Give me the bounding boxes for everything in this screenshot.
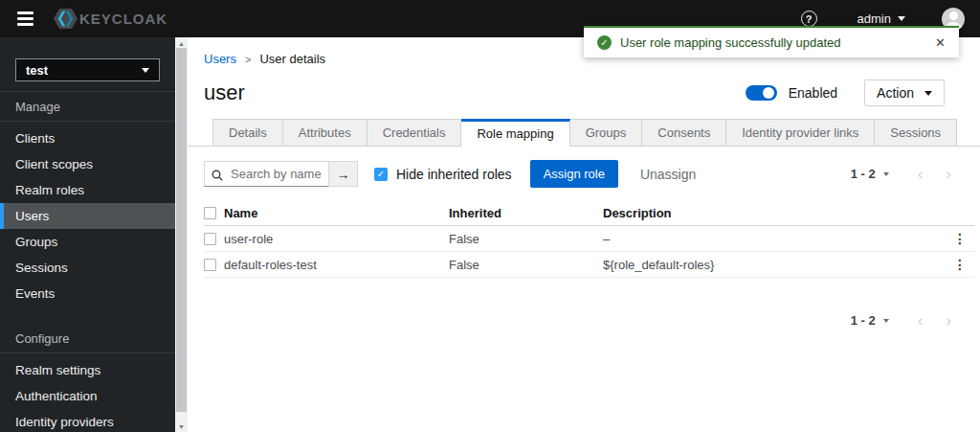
pagination-next-button[interactable]: › — [946, 312, 951, 329]
cell-inherited: False — [449, 258, 603, 272]
scrollbar-thumb[interactable] — [176, 48, 187, 412]
nav-section-configure: Configure — [0, 324, 175, 353]
row-checkbox[interactable] — [204, 233, 216, 245]
realm-selector-block: test — [0, 37, 175, 92]
tab-attributes[interactable]: Attributes — [283, 119, 368, 146]
tab-bar: Details Attributes Credentials Role mapp… — [188, 119, 980, 147]
pagination-prev-button[interactable]: ‹ — [918, 166, 924, 182]
tab-identity-provider-links[interactable]: Identity provider links — [726, 119, 875, 146]
sidebar-item-identity-providers[interactable]: Identity providers — [0, 409, 175, 432]
pagination-next-button[interactable]: › — [946, 166, 951, 182]
sidebar: test Manage Clients Client scopes Realm … — [0, 37, 175, 432]
assign-role-button[interactable]: Assign role — [530, 160, 618, 188]
sidebar-item-authentication[interactable]: Authentication — [0, 383, 175, 409]
table-header-row: Name Inherited Description — [204, 200, 974, 226]
keycloak-logo[interactable]: KEYCLOAK — [53, 8, 167, 30]
sidebar-item-realm-roles[interactable]: Realm roles — [0, 177, 175, 203]
realm-selector-value: test — [26, 63, 48, 78]
main-content: Users > User details user Enabled Action… — [188, 37, 980, 432]
cell-description: – — [603, 232, 946, 246]
realm-selector[interactable]: test — [15, 58, 160, 81]
nav-section-manage: Manage — [0, 92, 175, 122]
sidebar-item-groups[interactable]: Groups — [0, 229, 175, 255]
pagination-range-label: 1 - 2 — [851, 167, 876, 181]
tab-groups[interactable]: Groups — [570, 119, 643, 146]
user-menu-dropdown[interactable]: admin — [858, 11, 905, 26]
row-kebab-menu-icon[interactable]: ⋮ — [953, 231, 967, 246]
sidebar-item-client-scopes[interactable]: Client scopes — [0, 151, 175, 177]
row-kebab-menu-icon[interactable]: ⋮ — [953, 257, 967, 272]
tab-consents[interactable]: Consents — [642, 119, 726, 146]
hide-inherited-label[interactable]: Hide inherited roles — [396, 167, 512, 182]
success-check-icon: ✓ — [597, 35, 612, 50]
pagination-bottom: 1 - 2 ‹ › — [851, 312, 951, 329]
cell-description: ${role_default-roles} — [603, 258, 946, 272]
keycloak-admin-console: KEYCLOAK ? admin ✓ User role mapping suc… — [0, 0, 980, 432]
cell-name: default-roles-test — [224, 258, 449, 272]
keycloak-logo-icon — [53, 8, 78, 30]
chevron-down-icon — [883, 319, 889, 323]
role-mapping-table: Name Inherited Description user-role Fal… — [204, 200, 974, 278]
sidebar-item-users[interactable]: Users — [0, 203, 175, 229]
toggle-knob — [763, 87, 774, 99]
tab-credentials[interactable]: Credentials — [368, 119, 462, 146]
toast-message: User role mapping successfully updated — [620, 35, 841, 50]
breadcrumb-separator: > — [245, 54, 251, 65]
page-title: user — [204, 80, 245, 105]
brand-text: KEYCLOAK — [79, 11, 167, 27]
sidebar-item-realm-settings[interactable]: Realm settings — [0, 357, 175, 383]
chevron-down-icon — [883, 172, 889, 176]
help-icon[interactable]: ? — [801, 11, 817, 27]
enabled-label: Enabled — [789, 85, 837, 101]
column-header-name: Name — [224, 206, 449, 220]
sidebar-scrollbar[interactable]: ▲ ▼ — [175, 37, 188, 432]
pagination-range-dropdown[interactable]: 1 - 2 — [851, 167, 889, 181]
action-dropdown-button[interactable]: Action — [864, 80, 945, 106]
search-field-wrap — [204, 161, 329, 187]
user-menu-label: admin — [858, 11, 891, 26]
pagination-prev-button[interactable]: ‹ — [918, 312, 924, 329]
hide-inherited-checkbox[interactable]: ✓ — [374, 168, 388, 181]
breadcrumb-users-link[interactable]: Users — [204, 52, 236, 66]
tab-details[interactable]: Details — [212, 119, 283, 146]
table-row: user-role False – ⋮ — [204, 226, 974, 252]
sidebar-item-clients[interactable]: Clients — [0, 125, 175, 151]
breadcrumb-current: User details — [259, 52, 325, 66]
action-dropdown-label: Action — [877, 85, 914, 101]
page-header: user Enabled Action — [204, 80, 945, 106]
enabled-toggle[interactable] — [746, 85, 777, 101]
success-toast: ✓ User role mapping successfully updated… — [584, 26, 959, 57]
hamburger-menu-icon[interactable] — [17, 11, 33, 26]
tab-role-mapping[interactable]: Role mapping — [461, 119, 569, 147]
page-header-actions: Enabled Action — [746, 80, 945, 106]
scrollbar-down-arrow-icon[interactable]: ▼ — [175, 421, 188, 432]
pagination-bottom-row: 1 - 2 ‹ › — [188, 312, 951, 329]
tab-sessions[interactable]: Sessions — [875, 119, 957, 146]
toast-close-icon[interactable]: ✕ — [935, 36, 946, 49]
cell-name: user-role — [224, 232, 449, 246]
chevron-down-icon — [898, 16, 905, 21]
chevron-down-icon — [924, 91, 932, 96]
sidebar-item-events[interactable]: Events — [0, 281, 175, 307]
sidebar-item-sessions[interactable]: Sessions — [0, 255, 175, 281]
search-input[interactable] — [204, 161, 329, 187]
select-all-checkbox[interactable] — [204, 207, 216, 219]
column-header-description: Description — [603, 206, 946, 220]
search-submit-button[interactable]: → — [329, 161, 358, 187]
role-mapping-toolbar: → ✓ Hide inherited roles Assign role Una… — [204, 160, 951, 188]
unassign-button[interactable]: Unassign — [640, 167, 696, 182]
chevron-down-icon — [142, 68, 149, 73]
row-checkbox[interactable] — [204, 259, 216, 271]
cell-inherited: False — [449, 232, 603, 246]
pagination-range-label: 1 - 2 — [851, 313, 876, 328]
table-row: default-roles-test False ${role_default-… — [204, 252, 974, 278]
pagination-range-dropdown[interactable]: 1 - 2 — [851, 313, 889, 328]
column-header-inherited: Inherited — [449, 206, 603, 220]
pagination-top: 1 - 2 ‹ › — [851, 166, 951, 182]
